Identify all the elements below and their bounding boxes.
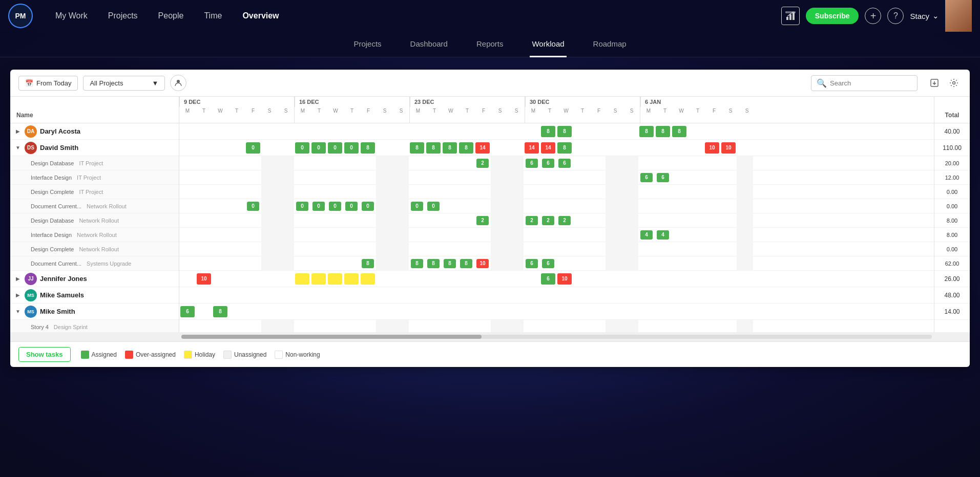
name-cell-task5: Design Database Network Rollout bbox=[10, 213, 123, 227]
help-button[interactable]: ? bbox=[887, 8, 904, 24]
name-cell-task3: Design Complete IT Project bbox=[10, 185, 107, 199]
day-s1: S bbox=[261, 107, 278, 115]
svg-rect-0 bbox=[786, 17, 788, 20]
nav-overview[interactable]: Overview bbox=[232, 0, 289, 32]
sub-nav-reports[interactable]: Reports bbox=[474, 32, 506, 57]
total-mike-samuels: 48.00 bbox=[934, 287, 970, 303]
expand-mike-smith[interactable]: ▼ bbox=[14, 308, 22, 315]
week-9dec: 9 DEC M T W T F S S bbox=[179, 97, 294, 123]
chart-icon[interactable] bbox=[781, 7, 800, 25]
person-row-david: ▼ DS David Smith bbox=[10, 140, 179, 156]
task-row-design-complete-it: Design Complete IT Project bbox=[10, 185, 179, 199]
total-task7: 0.00 bbox=[934, 242, 970, 256]
person-name-david: David Smith bbox=[40, 144, 78, 151]
project-dropdown[interactable]: All Projects ▼ bbox=[83, 76, 165, 91]
schedule-row-daryl: 88 888 bbox=[179, 123, 934, 140]
person-name-daryl: Daryl Acosta bbox=[40, 127, 80, 135]
avatar-mike-samuels: MS bbox=[25, 289, 37, 301]
avatar-jennifer: JJ bbox=[25, 273, 37, 285]
show-tasks-button[interactable]: Show tasks bbox=[18, 347, 71, 362]
day-f1: F bbox=[245, 107, 261, 115]
nav-my-work[interactable]: My Work bbox=[45, 0, 98, 32]
add-button[interactable]: + bbox=[865, 8, 881, 24]
sub-nav-projects[interactable]: Projects bbox=[351, 32, 383, 57]
sub-nav-roadmap[interactable]: Roadmap bbox=[591, 32, 629, 57]
legend-assigned-label: Assigned bbox=[92, 351, 117, 358]
task-row-design-complete-network: Design Complete Network Rollout bbox=[10, 242, 179, 256]
export-button[interactable] bbox=[927, 75, 942, 91]
schedule-row-mike-samuels bbox=[179, 287, 934, 303]
nav-projects[interactable]: Projects bbox=[98, 0, 148, 32]
week-6jan: 6 JAN MTW TFSS bbox=[640, 97, 755, 123]
total-header: Total bbox=[934, 97, 970, 123]
total-task3: 0.00 bbox=[934, 185, 970, 199]
expand-david[interactable]: ▼ bbox=[14, 144, 22, 151]
nav-links: My Work Projects People Time Overview bbox=[45, 0, 781, 32]
schedule-row-jennifer: 10 610 bbox=[179, 271, 934, 287]
avatar-daryl: DA bbox=[25, 125, 37, 138]
name-cell-task8: Document Current... Systems Upgrade bbox=[10, 256, 135, 270]
name-column: Name ▶ DA Daryl Acosta ▼ bbox=[10, 97, 179, 332]
from-today-button[interactable]: 📅 From Today bbox=[18, 76, 78, 91]
nav-time[interactable]: Time bbox=[194, 0, 232, 32]
name-cell-task4: Document Current... Network Rollout bbox=[10, 199, 131, 213]
nav-people[interactable]: People bbox=[148, 0, 194, 32]
day-t2: T bbox=[228, 107, 245, 115]
total-task6: 8.00 bbox=[934, 228, 970, 242]
app-logo[interactable]: PM bbox=[8, 4, 33, 28]
day-s2: S bbox=[278, 107, 294, 115]
schedule-row-task1: 2 666 bbox=[179, 156, 934, 170]
total-task2: 12.00 bbox=[934, 170, 970, 185]
expand-mike-samuels[interactable]: ▶ bbox=[14, 292, 22, 299]
workload-container: 📅 From Today All Projects ▼ 🔍 bbox=[10, 70, 970, 367]
total-task5: 8.00 bbox=[934, 213, 970, 228]
scrollbar-track[interactable] bbox=[181, 335, 932, 339]
user-avatar bbox=[945, 0, 972, 32]
name-cell-task7: Design Complete Network Rollout bbox=[10, 242, 123, 256]
task-row-design-db-network: Design Database Network Rollout bbox=[10, 213, 179, 228]
legend-assigned-box bbox=[81, 351, 89, 359]
week-23dec: 23 DEC MTW TFSS bbox=[409, 97, 525, 123]
total-story4 bbox=[934, 320, 970, 332]
total-david: 110.00 bbox=[934, 140, 970, 156]
day-w1: W bbox=[212, 107, 228, 115]
task-row-design-db-it: Design Database IT Project bbox=[10, 156, 179, 170]
horizontal-scrollbar[interactable] bbox=[10, 332, 970, 341]
person-row-daryl: ▶ DA Daryl Acosta bbox=[10, 123, 179, 140]
week-30dec: 30 DEC MTW TFSS bbox=[525, 97, 640, 123]
user-menu[interactable]: Stacy ⌄ bbox=[910, 11, 939, 20]
toolbar-actions bbox=[927, 75, 962, 91]
schedule-row-task3 bbox=[179, 185, 934, 199]
sub-nav-workload[interactable]: Workload bbox=[530, 32, 566, 57]
schedule-rows: 88 888 0 00008 888814 bbox=[179, 123, 934, 332]
user-filter-button[interactable] bbox=[170, 75, 186, 91]
expand-jennifer[interactable]: ▶ bbox=[14, 275, 22, 283]
legend-non-working: Non-working bbox=[275, 351, 320, 359]
schedule-row-task4: 0 00000 00 bbox=[179, 199, 934, 213]
scrollbar-thumb[interactable] bbox=[181, 335, 482, 339]
search-input[interactable] bbox=[830, 79, 912, 87]
schedule-row-task8: 8 888810 66 bbox=[179, 256, 934, 271]
task-row-interface-it: Interface Design IT Project bbox=[10, 170, 179, 185]
name-cell-task6: Interface Design Network Rollout bbox=[10, 228, 121, 242]
svg-rect-2 bbox=[793, 12, 795, 20]
day-m1: M bbox=[179, 107, 196, 115]
legend: Assigned Over-assigned Holiday Unassigne… bbox=[81, 351, 320, 359]
total-daryl: 40.00 bbox=[934, 123, 970, 140]
footer: Show tasks Assigned Over-assigned Holida… bbox=[10, 341, 970, 367]
subscribe-button[interactable]: Subscribe bbox=[806, 8, 859, 24]
expand-daryl[interactable]: ▶ bbox=[14, 128, 22, 135]
svg-rect-1 bbox=[789, 14, 791, 20]
total-jennifer: 26.00 bbox=[934, 271, 970, 287]
sub-nav-dashboard[interactable]: Dashboard bbox=[408, 32, 450, 57]
person-name-jennifer: Jennifer Jones bbox=[40, 275, 87, 283]
legend-over-assigned-label: Over-assigned bbox=[136, 351, 176, 358]
settings-button[interactable] bbox=[946, 75, 962, 91]
week-16dec: 16 DEC MTW TFSS bbox=[294, 97, 409, 123]
schedule-area: 9 DEC M T W T F S S bbox=[179, 97, 934, 332]
task-row-story4: Story 4 Design Sprint bbox=[10, 320, 179, 332]
schedule-row-task2: 66 bbox=[179, 170, 934, 185]
person-row-jennifer: ▶ JJ Jennifer Jones bbox=[10, 271, 179, 287]
schedule-row-story4 bbox=[179, 320, 934, 332]
name-cell-mike-samuels: ▶ MS Mike Samuels bbox=[10, 287, 88, 303]
